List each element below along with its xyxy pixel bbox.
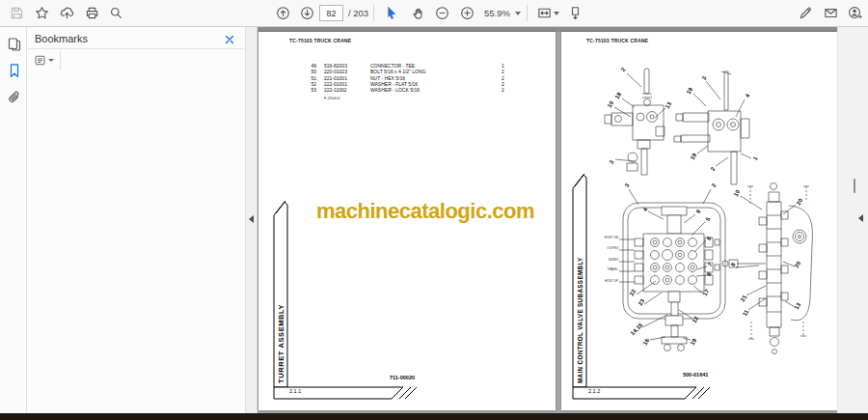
page-total-label: / 203	[348, 8, 368, 18]
save-button[interactable]	[5, 2, 28, 24]
minus-circle-icon	[435, 6, 449, 20]
next-page-button[interactable]	[295, 2, 318, 24]
caret-down-icon	[48, 59, 54, 62]
panel-gutter	[246, 27, 258, 413]
envelope-icon	[824, 6, 838, 20]
window-bottom-edge	[0, 413, 868, 420]
page-scrolling-button[interactable]	[563, 2, 586, 24]
drawing-number: 711-00020	[390, 375, 415, 380]
select-tool-button[interactable]	[380, 2, 403, 24]
hand-tool-button[interactable]	[406, 2, 429, 24]
valve-banner-graphic	[561, 32, 837, 410]
fit-width-button[interactable]	[532, 2, 556, 24]
select-cursor-icon	[385, 6, 399, 20]
toolbar-separator	[527, 5, 528, 21]
pen-icon	[799, 6, 813, 20]
document-area: TC-75103 TRUCK CRANE 49516-82003CONNECTO…	[258, 27, 837, 413]
fit-width-icon	[537, 6, 552, 20]
acrobat-window: / 203 55.9% Bookmarks	[0, 0, 868, 420]
zoom-level-value[interactable]: 55.9%	[484, 8, 510, 18]
page-right: TC-75103 TRUCK CRANE	[561, 32, 837, 410]
arrow-down-circle-icon	[300, 6, 314, 20]
previous-page-button[interactable]	[271, 2, 294, 24]
panel-title: Bookmarks	[35, 33, 88, 44]
email-button[interactable]	[819, 2, 842, 24]
star-button[interactable]	[30, 2, 53, 24]
toolbar: / 203 55.9%	[0, 0, 868, 27]
attachments-panel-button[interactable]	[4, 87, 24, 107]
bookmarks-panel-header: Bookmarks	[27, 27, 245, 49]
fit-caret-icon[interactable]	[554, 12, 559, 15]
scrollbar-thumb[interactable]	[854, 179, 855, 193]
bookmarks-panel-button[interactable]	[4, 60, 24, 80]
collapse-panel-arrow-icon[interactable]	[249, 215, 254, 223]
bookmarks-panel: Bookmarks	[27, 27, 246, 413]
share-button[interactable]	[55, 2, 78, 24]
zoom-in-button[interactable]	[455, 2, 478, 24]
page-left: TC-75103 TRUCK CRANE 49516-82003CONNECTO…	[258, 32, 556, 410]
zoom-caret-icon[interactable]	[515, 12, 521, 15]
print-button[interactable]	[80, 2, 103, 24]
account-button[interactable]	[843, 2, 866, 24]
expand-tools-arrow-icon[interactable]	[858, 214, 863, 222]
zoom-out-button[interactable]	[430, 2, 453, 24]
find-button[interactable]	[104, 2, 127, 24]
navigation-icon-strip	[0, 27, 27, 413]
bookmark-options-icon	[34, 54, 46, 67]
page-thumbnails-button[interactable]	[4, 34, 24, 54]
save-icon	[10, 6, 24, 20]
hand-icon	[411, 6, 425, 20]
page-number-input[interactable]	[319, 5, 343, 21]
printer-icon	[85, 6, 99, 20]
sheet-number: 2.1.1	[289, 388, 301, 394]
toolbar-separator	[373, 5, 374, 21]
scrollbar-track[interactable]	[837, 27, 868, 413]
search-icon	[109, 6, 123, 20]
sheet-number: 2.1.2	[588, 388, 600, 394]
cloud-upload-icon	[60, 6, 74, 20]
turret-banner-graphic	[258, 32, 556, 410]
banner-title-vertical: TURRET ASSEMBLY	[274, 213, 287, 383]
banner-title-vertical: MAIN CONTROL VALVE SUBASSEMBLY	[573, 186, 586, 383]
fill-sign-button[interactable]	[794, 2, 817, 24]
user-avatar-icon	[848, 6, 862, 20]
pages-icon	[7, 37, 22, 52]
bookmarks-panel-toolbar	[27, 49, 245, 71]
bookmark-icon	[7, 63, 22, 78]
panel-close-button[interactable]	[224, 32, 237, 45]
arrow-up-circle-icon	[276, 6, 290, 20]
page-scroll-icon	[568, 6, 583, 20]
panel-toolbar-divider	[60, 51, 61, 70]
close-icon	[224, 34, 235, 45]
drawing-number: 500-01641	[683, 372, 708, 378]
star-icon	[35, 6, 49, 20]
paperclip-icon	[7, 90, 22, 105]
bookmark-options-button[interactable]	[34, 52, 59, 69]
plus-circle-icon	[460, 6, 475, 20]
